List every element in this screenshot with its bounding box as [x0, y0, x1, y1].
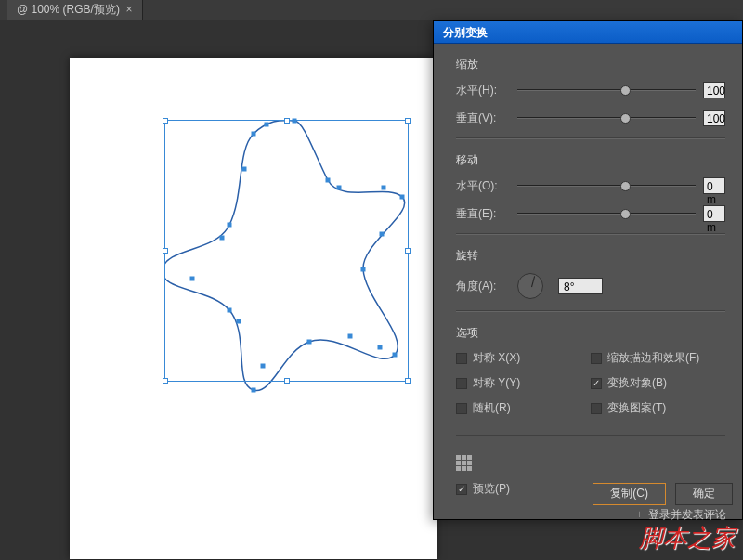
svg-rect-5: [307, 340, 312, 345]
value-scale-v[interactable]: 100: [703, 110, 725, 126]
section-options: 选项: [456, 325, 725, 341]
svg-rect-1: [326, 178, 331, 183]
svg-rect-16: [348, 334, 353, 339]
reference-point-icon[interactable]: [456, 455, 472, 471]
svg-rect-21: [242, 167, 247, 172]
transform-each-dialog: 分别变换 缩放 水平(H): 100 垂直(V): 100 移动 水: [433, 20, 743, 520]
slider-scale-v[interactable]: [517, 111, 696, 124]
workspace: 分别变换 缩放 水平(H): 100 垂直(V): 100 移动 水: [0, 20, 743, 560]
svg-rect-10: [252, 132, 256, 137]
svg-rect-0: [293, 119, 297, 124]
svg-rect-7: [228, 308, 232, 313]
svg-rect-14: [380, 232, 385, 237]
watermark: 脚本之家: [639, 522, 736, 554]
label-move-v: 垂直(E):: [456, 206, 510, 222]
angle-dial[interactable]: [517, 273, 543, 299]
label-move-h: 水平(O):: [456, 178, 510, 194]
section-rotate: 旋转: [456, 248, 725, 264]
checkbox-mirror-x[interactable]: 对称 X(X): [456, 350, 591, 366]
slider-scale-h[interactable]: [517, 84, 696, 97]
copy-button[interactable]: 复制(C): [593, 483, 666, 505]
svg-rect-15: [378, 345, 383, 350]
value-move-h[interactable]: 0 m: [703, 177, 725, 194]
checkbox-mirror-y[interactable]: 对称 Y(Y): [456, 375, 591, 391]
svg-rect-13: [382, 186, 386, 190]
login-prompt[interactable]: +登录并发表评论: [636, 507, 726, 523]
checkbox-transform-patterns[interactable]: 变换图案(T): [591, 400, 725, 416]
svg-rect-18: [237, 319, 241, 324]
label-scale-h: 水平(H):: [456, 83, 510, 98]
slider-move-h[interactable]: [517, 179, 696, 192]
checkbox-random[interactable]: 随机(R): [456, 400, 591, 416]
value-angle[interactable]: 8°: [558, 278, 603, 294]
svg-rect-19: [190, 277, 195, 281]
section-move: 移动: [456, 152, 725, 168]
svg-rect-6: [252, 388, 256, 393]
svg-rect-3: [361, 267, 366, 272]
label-angle: 角度(A):: [456, 279, 510, 294]
value-scale-h[interactable]: 100: [703, 82, 725, 98]
value-move-v[interactable]: 0 m: [703, 205, 725, 222]
dialog-title-bar[interactable]: 分别变换: [434, 21, 742, 44]
checkbox-scale-strokes[interactable]: 缩放描边和效果(F): [591, 350, 725, 366]
checkbox-preview[interactable]: ✓预览(P): [456, 481, 510, 497]
slider-move-v[interactable]: [517, 207, 696, 220]
label-scale-v: 垂直(V):: [456, 111, 510, 126]
tab-label: @ 100% (RGB/预览): [17, 3, 120, 16]
ok-button[interactable]: 确定: [675, 483, 733, 505]
tab-bar: @ 100% (RGB/预览) ×: [0, 0, 743, 20]
svg-rect-17: [261, 364, 266, 369]
svg-rect-20: [220, 236, 225, 241]
svg-rect-9: [228, 223, 232, 228]
document-tab[interactable]: @ 100% (RGB/预览) ×: [7, 0, 143, 20]
svg-rect-4: [393, 353, 398, 358]
checkbox-transform-objects[interactable]: ✓变换对象(B): [591, 375, 725, 391]
star-shape[interactable]: [164, 113, 434, 410]
svg-rect-12: [337, 186, 342, 190]
svg-rect-2: [400, 195, 405, 200]
section-scale: 缩放: [456, 57, 725, 72]
svg-rect-11: [265, 123, 269, 127]
svg-rect-8: [164, 267, 165, 272]
